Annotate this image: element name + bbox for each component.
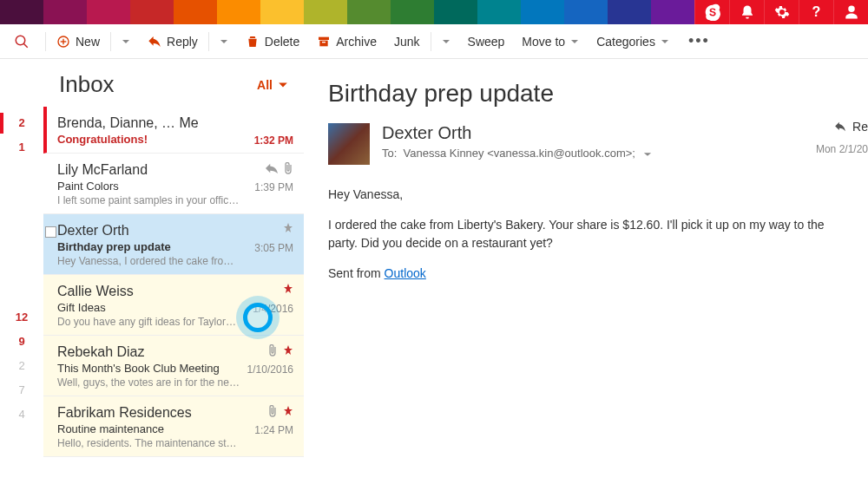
message-time: 1:24 PM bbox=[254, 424, 293, 436]
expand-recipients-icon[interactable] bbox=[642, 148, 653, 161]
junk-button[interactable]: Junk bbox=[385, 35, 429, 49]
delete-button[interactable]: Delete bbox=[237, 35, 308, 49]
message-item[interactable]: Callie WeissGift IdeasDo you have any gi… bbox=[43, 275, 304, 336]
message-sender: Brenda, Dianne, … Me bbox=[57, 115, 290, 131]
rail-count[interactable] bbox=[0, 184, 43, 208]
rail-count[interactable] bbox=[0, 281, 43, 305]
to-value: Vanessa Kinney <vanessa.kin@outlook.com>… bbox=[404, 147, 635, 160]
message-item[interactable]: Fabrikam ResidencesRoutine maintenanceHe… bbox=[43, 396, 304, 457]
rail-count[interactable] bbox=[0, 257, 43, 281]
body-text: I ordered the cake from Liberty's Bakery… bbox=[328, 216, 849, 252]
message-item[interactable]: Lily McFarlandPaint ColorsI left some pa… bbox=[43, 154, 304, 214]
new-label: New bbox=[76, 35, 100, 49]
junk-dropdown[interactable] bbox=[433, 37, 459, 46]
rail-count[interactable]: 2 bbox=[0, 111, 43, 135]
reply-action-label: Re bbox=[852, 120, 868, 134]
account-icon[interactable] bbox=[833, 0, 868, 24]
rail-count[interactable]: 12 bbox=[0, 305, 43, 330]
rail-count[interactable] bbox=[0, 232, 43, 257]
signature-link[interactable]: Outlook bbox=[385, 266, 426, 280]
divider bbox=[45, 32, 46, 51]
rail-count[interactable]: 1 bbox=[0, 135, 43, 160]
message-sender: Fabrikam Residences bbox=[57, 405, 290, 421]
message-sender: Callie Weiss bbox=[57, 284, 290, 299]
list-header: Inbox All bbox=[43, 59, 304, 107]
message-icons bbox=[267, 344, 293, 356]
message-sender: Dexter Orth bbox=[57, 223, 290, 239]
message-item[interactable]: Brenda, Dianne, … MeCongratulations!1:32… bbox=[43, 107, 304, 154]
message-preview: I left some paint samples in your office… bbox=[57, 194, 240, 206]
junk-label: Junk bbox=[394, 35, 420, 49]
message-icons bbox=[283, 223, 293, 233]
title-icons: ? bbox=[694, 0, 868, 24]
moveto-label: Move to bbox=[522, 35, 565, 49]
to-line: To: Vanessa Kinney <vanessa.kin@outlook.… bbox=[382, 147, 653, 160]
message-list-pane: Inbox All Brenda, Dianne, … MeCongratula… bbox=[43, 59, 304, 484]
new-button[interactable]: New bbox=[48, 35, 108, 49]
message-header: Dexter Orth To: Vanessa Kinney <vanessa.… bbox=[328, 123, 868, 165]
reading-pane: Birthday prep update Dexter Orth To: Van… bbox=[304, 59, 868, 484]
message-icons bbox=[283, 284, 293, 294]
message-item[interactable]: Dexter OrthBirthday prep updateHey Vanes… bbox=[43, 214, 304, 275]
reply-button[interactable]: Reply bbox=[139, 35, 207, 49]
reply-label: Reply bbox=[167, 35, 198, 49]
message-preview: Hello, residents. The maintenance staff … bbox=[57, 437, 240, 449]
reply-dropdown[interactable] bbox=[211, 37, 237, 46]
avatar bbox=[328, 123, 370, 165]
message-item[interactable]: Rebekah DiazThis Month's Book Club Meeti… bbox=[43, 336, 304, 396]
message-sender: Rebekah Diaz bbox=[57, 344, 290, 360]
message-title: Birthday prep update bbox=[328, 80, 868, 108]
new-dropdown[interactable] bbox=[113, 37, 139, 46]
categories-button[interactable]: Categories bbox=[588, 35, 678, 49]
rail-count[interactable]: 7 bbox=[0, 378, 43, 402]
message-time: 1/4/2016 bbox=[253, 303, 293, 315]
rail-count[interactable] bbox=[0, 208, 43, 232]
filter-dropdown[interactable]: All bbox=[257, 78, 288, 92]
main-layout: 21129274 Inbox All Brenda, Dianne, … MeC… bbox=[0, 59, 868, 484]
message-preview: Do you have any gift ideas for Taylor? I… bbox=[57, 316, 240, 328]
rail-count[interactable]: 9 bbox=[0, 330, 43, 354]
categories-label: Categories bbox=[596, 35, 655, 49]
message-preview: Hey Vanessa, I ordered the cake from Lib… bbox=[57, 255, 240, 267]
notifications-icon[interactable] bbox=[729, 0, 764, 24]
message-icons bbox=[266, 162, 293, 174]
delete-label: Delete bbox=[265, 35, 299, 49]
folder-rail: 21129274 bbox=[0, 59, 43, 484]
message-date: Mon 2/1/20 bbox=[816, 143, 868, 155]
message-list[interactable]: Brenda, Dianne, … MeCongratulations!1:32… bbox=[43, 107, 304, 484]
message-time: 3:05 PM bbox=[254, 242, 293, 254]
body-greeting: Hey Vanessa, bbox=[328, 186, 849, 204]
svg-rect-5 bbox=[319, 36, 329, 39]
message-icons bbox=[267, 405, 293, 417]
svg-rect-7 bbox=[322, 42, 326, 43]
folder-title: Inbox bbox=[59, 71, 115, 98]
sweep-label: Sweep bbox=[468, 35, 505, 49]
settings-icon[interactable] bbox=[764, 0, 799, 24]
message-sender: Lily McFarland bbox=[57, 162, 290, 178]
command-bar: New Reply Delete Archive Junk Sweep Move… bbox=[0, 24, 868, 59]
filter-label: All bbox=[257, 78, 273, 92]
rail-count[interactable] bbox=[0, 160, 43, 184]
body-signature: Sent from Outlook bbox=[328, 265, 849, 283]
rail-count[interactable]: 2 bbox=[0, 354, 43, 378]
archive-label: Archive bbox=[336, 35, 377, 49]
help-icon[interactable]: ? bbox=[799, 0, 833, 24]
to-label: To: bbox=[382, 147, 397, 160]
reply-action[interactable]: Re bbox=[833, 120, 868, 134]
svg-rect-6 bbox=[320, 40, 328, 46]
signature-prefix: Sent from bbox=[328, 266, 385, 280]
sweep-button[interactable]: Sweep bbox=[459, 35, 514, 49]
rail-count[interactable]: 4 bbox=[0, 402, 43, 427]
moveto-button[interactable]: Move to bbox=[513, 35, 588, 49]
from-name: Dexter Orth bbox=[382, 123, 653, 143]
archive-button[interactable]: Archive bbox=[308, 35, 385, 49]
skype-icon[interactable] bbox=[694, 0, 729, 24]
more-actions-button[interactable]: ••• bbox=[678, 32, 720, 50]
message-preview: Well, guys, the votes are in for the new… bbox=[57, 376, 240, 389]
message-actions: Re Mon 2/1/20 bbox=[816, 120, 868, 155]
svg-line-1 bbox=[23, 43, 28, 48]
select-checkbox[interactable] bbox=[45, 226, 56, 238]
message-time: 1:32 PM bbox=[254, 134, 293, 147]
message-body: Hey Vanessa, I ordered the cake from Lib… bbox=[328, 186, 849, 283]
search-button[interactable] bbox=[0, 34, 43, 49]
